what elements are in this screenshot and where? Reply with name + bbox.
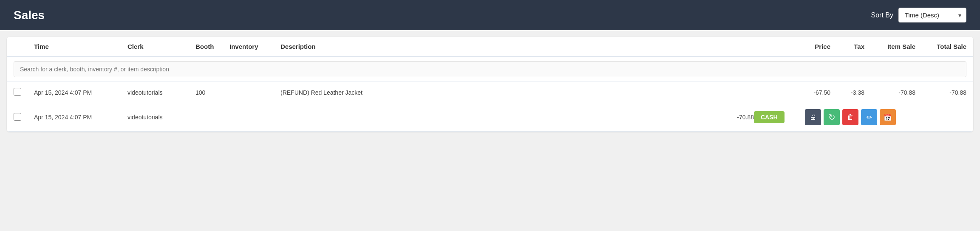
row1-clerk: videotutorials bbox=[127, 89, 195, 96]
trash-icon: 🗑 bbox=[847, 113, 854, 121]
edit-icon: ✏ bbox=[867, 113, 872, 121]
col-price: Price bbox=[788, 43, 830, 50]
action-buttons: 🖨 ↻ 🗑 ✏ 📅 bbox=[805, 109, 966, 125]
table-header: Time Clerk Booth Inventory Description P… bbox=[7, 37, 973, 57]
sort-by-container: Sort By Time (Desc) Time (Asc) Price (De… bbox=[871, 8, 966, 23]
row1-total-sale: -70.88 bbox=[915, 89, 966, 96]
row1-booth: 100 bbox=[195, 89, 229, 96]
row2-checkbox-cell bbox=[14, 113, 34, 122]
print-button[interactable]: 🖨 bbox=[805, 109, 821, 125]
delete-button[interactable]: 🗑 bbox=[842, 109, 858, 125]
search-input[interactable] bbox=[14, 61, 966, 77]
calendar-button[interactable]: 📅 bbox=[880, 109, 896, 125]
calendar-icon: 📅 bbox=[884, 113, 892, 121]
col-total-sale: Total Sale bbox=[915, 43, 966, 50]
row2-amount: -70.88 bbox=[280, 114, 754, 121]
col-checkbox bbox=[14, 43, 34, 50]
sort-select[interactable]: Time (Desc) Time (Asc) Price (Desc) Pric… bbox=[898, 8, 966, 23]
row2-payment-cell: CASH bbox=[754, 111, 805, 123]
row1-item-sale: -70.88 bbox=[864, 89, 915, 96]
sort-by-label: Sort By bbox=[871, 11, 893, 19]
row1-description: (REFUND) Red Leather Jacket bbox=[280, 89, 788, 96]
table-container: Time Clerk Booth Inventory Description P… bbox=[7, 37, 973, 132]
refresh-icon: ↻ bbox=[828, 112, 836, 122]
sort-select-wrapper: Time (Desc) Time (Asc) Price (Desc) Pric… bbox=[898, 8, 966, 23]
row1-price: -67.50 bbox=[788, 89, 830, 96]
row2-actions-cell: 🖨 ↻ 🗑 ✏ 📅 bbox=[805, 109, 966, 125]
row1-time: Apr 15, 2024 4:07 PM bbox=[34, 89, 127, 96]
refresh-button[interactable]: ↻ bbox=[824, 109, 840, 125]
app-wrapper: Sales Sort By Time (Desc) Time (Asc) Pri… bbox=[0, 0, 980, 138]
search-row bbox=[7, 57, 973, 82]
col-item-sale: Item Sale bbox=[864, 43, 915, 50]
col-clerk: Clerk bbox=[127, 43, 195, 50]
col-booth: Booth bbox=[195, 43, 229, 50]
col-time: Time bbox=[34, 43, 127, 50]
row1-tax: -3.38 bbox=[830, 89, 864, 96]
row2-clerk: videotutorials bbox=[127, 114, 195, 121]
table-row: Apr 15, 2024 4:07 PM videotutorials 100 … bbox=[7, 82, 973, 103]
row2-checkbox[interactable] bbox=[14, 113, 21, 121]
main-content: Time Clerk Booth Inventory Description P… bbox=[0, 30, 980, 138]
page-title: Sales bbox=[14, 8, 45, 22]
col-tax: Tax bbox=[830, 43, 864, 50]
col-description: Description bbox=[280, 43, 788, 50]
cash-badge: CASH bbox=[754, 111, 785, 123]
col-inventory: Inventory bbox=[229, 43, 280, 50]
row1-checkbox[interactable] bbox=[14, 88, 21, 96]
edit-button[interactable]: ✏ bbox=[861, 109, 877, 125]
row2-time: Apr 15, 2024 4:07 PM bbox=[34, 114, 127, 121]
table-row-2: Apr 15, 2024 4:07 PM videotutorials -70.… bbox=[7, 103, 973, 132]
row1-checkbox-cell bbox=[14, 88, 34, 97]
print-icon: 🖨 bbox=[810, 113, 816, 121]
header: Sales Sort By Time (Desc) Time (Asc) Pri… bbox=[0, 0, 980, 30]
